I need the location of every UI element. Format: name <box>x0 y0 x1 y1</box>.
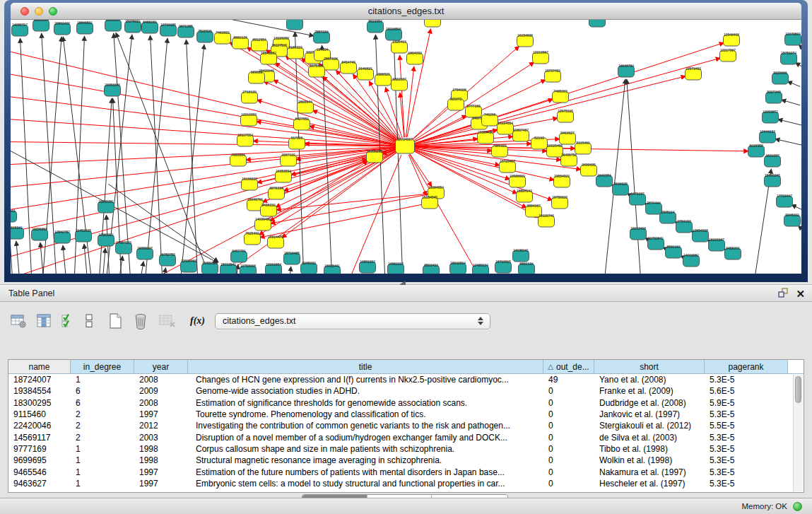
graph-edge[interactable] <box>11 45 396 144</box>
memory-status-icon[interactable] <box>793 502 802 511</box>
graph-edge[interactable] <box>84 244 88 274</box>
graph-node[interactable] <box>589 20 606 27</box>
graph-edge[interactable] <box>627 79 641 274</box>
float-panel-icon[interactable] <box>777 287 789 301</box>
graph-node-label: 1621007 <box>765 153 779 158</box>
function-builder-icon[interactable]: f(x) <box>190 315 205 327</box>
table-row[interactable]: 1938455462009Genome-wide association stu… <box>8 385 804 397</box>
column-header-year[interactable]: year <box>134 360 188 373</box>
graph-edge[interactable] <box>145 38 167 274</box>
graph-edge[interactable] <box>11 117 396 146</box>
table-cell: 1 <box>71 444 134 454</box>
graph-node-label: 18107554 <box>237 133 253 137</box>
graph-node-label: 18846501 <box>77 21 93 25</box>
row-height-icon[interactable] <box>84 313 94 329</box>
new-table-icon[interactable] <box>107 313 123 329</box>
graph-node-label: 17703447 <box>777 194 792 198</box>
column-header-title[interactable]: title <box>188 360 543 373</box>
graph-edge[interactable] <box>778 119 801 125</box>
column-header-short[interactable]: short <box>594 360 705 373</box>
table-cell: 1 <box>71 455 134 465</box>
graph-edge[interactable] <box>782 100 801 105</box>
table-row[interactable]: 1456911722003Disruption of a novel membe… <box>8 431 804 443</box>
graph-edge[interactable] <box>406 66 414 137</box>
graph-node-label: 7986322 <box>493 144 507 148</box>
graph-edge[interactable] <box>295 32 304 274</box>
table-row[interactable]: 2242004622012Investigating the contribut… <box>8 420 804 431</box>
graph-node-label: 62160 <box>534 136 544 140</box>
graph-edge[interactable] <box>11 93 396 145</box>
table-cell: 1 <box>71 479 134 489</box>
close-panel-icon[interactable]: ✕ <box>796 288 805 300</box>
network-window-titlebar[interactable]: citations_edges.txt <box>11 3 801 20</box>
graph-node-label: 16495758 <box>561 153 577 157</box>
graph-node-label: 15699345 <box>765 173 780 177</box>
row-selection-icon[interactable] <box>61 313 75 329</box>
graph-node-label: 18807243 <box>517 189 532 193</box>
graph-edge[interactable] <box>151 35 163 274</box>
graph-edge[interactable] <box>322 76 398 141</box>
table-selector-dropdown[interactable]: citations_edges.txt <box>215 313 490 329</box>
graph-edge[interactable] <box>775 139 801 146</box>
graph-edge[interactable] <box>102 248 105 274</box>
graph-edge[interactable] <box>290 267 291 274</box>
table-row[interactable]: 946554611997Estimation of the future num… <box>8 466 804 477</box>
table-vertical-scrollbar[interactable] <box>793 375 803 491</box>
panel-resize-grip[interactable] <box>399 280 406 285</box>
network-canvas[interactable]: 1405571719880104208914061884650110655287… <box>11 20 801 274</box>
graph-edge[interactable] <box>409 154 490 274</box>
graph-edge[interactable] <box>114 33 131 274</box>
graph-edge[interactable] <box>141 262 143 274</box>
graph-edge[interactable] <box>11 149 396 266</box>
graph-node-label: 19166827 <box>242 177 257 181</box>
graph-node-label: 7515526 <box>198 29 212 33</box>
column-header-name[interactable]: name <box>8 360 71 373</box>
table-row[interactable]: 911546021997Tourette syndrome. Phenomeno… <box>8 409 804 420</box>
table-cell: 5.3E-5 <box>705 433 788 443</box>
graph-edge[interactable] <box>180 45 204 274</box>
graph-node-label: 10719185 <box>160 23 176 27</box>
table-cell: 5.5E-5 <box>705 421 788 431</box>
column-header-out_de[interactable]: △out_de... <box>543 360 594 373</box>
network-graph[interactable]: 1405571719880104208914061884650110655287… <box>11 20 801 274</box>
column-header-pagerank[interactable]: pagerank <box>705 360 788 373</box>
scrollbar-thumb[interactable] <box>795 376 801 403</box>
table-cell: 5.3E-5 <box>705 444 788 454</box>
graph-edge[interactable] <box>407 29 431 138</box>
network-view-window[interactable]: citations_edges.txt 14055717198801042089… <box>4 0 808 282</box>
graph-node-label: 19384554 <box>428 185 444 189</box>
graph-node[interactable] <box>425 20 441 27</box>
graph-edge[interactable] <box>116 33 211 274</box>
graph-node-label: 1588520 <box>376 72 390 76</box>
graph-node-label: 746266 <box>484 112 496 117</box>
graph-node-label: 9227349 <box>767 90 781 94</box>
table-cell: Disruption of a novel member of a sodium… <box>188 433 543 443</box>
graph-edge[interactable] <box>792 205 801 210</box>
graph-node[interactable] <box>287 20 303 30</box>
table-cell: Wolkin et al. (1998) <box>594 455 705 465</box>
graph-edge[interactable] <box>787 81 800 86</box>
graph-edge[interactable] <box>264 81 396 143</box>
table-cell: 2012 <box>134 421 188 431</box>
graph-edge[interactable] <box>342 155 401 274</box>
table-row[interactable]: 977716911998Corpus callosum shape and si… <box>8 443 804 455</box>
table-row[interactable]: 1872400712008Changes of HCN gene express… <box>8 374 804 385</box>
table-settings-icon[interactable] <box>10 313 27 329</box>
column-visibility-icon[interactable] <box>36 313 52 329</box>
column-header-in_degree[interactable]: in_degree <box>71 360 134 373</box>
graph-edge[interactable] <box>63 245 66 274</box>
graph-edge[interactable] <box>16 241 20 274</box>
graph-node-label: 15276021 <box>125 20 141 23</box>
table-cell: 2 <box>71 421 134 431</box>
graph-node-label: 8186323 <box>288 45 302 49</box>
graph-node-label: 12213967 <box>533 50 548 54</box>
table-row[interactable]: 1830029562008Estimation of significance … <box>8 397 804 409</box>
delete-table-icon[interactable] <box>132 313 149 329</box>
graph-node-label: 9458201 <box>726 246 740 250</box>
graph-node-label: 10655287 <box>105 20 121 22</box>
graph-node-label: 6822037 <box>392 77 406 81</box>
table-row[interactable]: 946362711997Embryonic stem cells: a mode… <box>8 478 804 489</box>
graph-node-label: 12583321 <box>98 233 114 237</box>
graph-node-label: 19654923 <box>554 174 570 178</box>
table-row[interactable]: 969969511998Structural magnetic resonanc… <box>8 455 804 466</box>
